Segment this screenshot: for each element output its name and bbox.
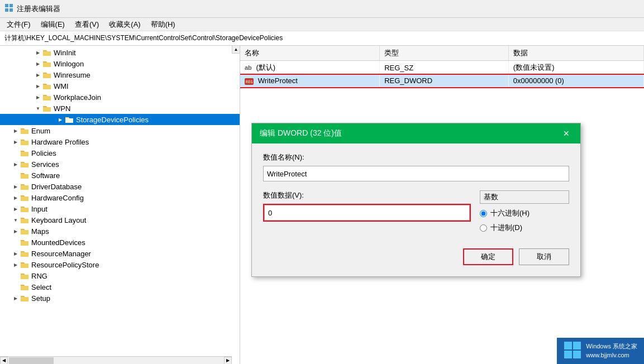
tree-label-workplacejoin: WorkplaceJoin — [54, 93, 101, 102]
value-input[interactable] — [264, 205, 470, 221]
ab-icon: ab — [245, 64, 252, 71]
tree-label-setup: Setup — [31, 294, 50, 303]
tree-label-winresume: Winresume — [54, 71, 90, 79]
folder-icon-services — [20, 160, 29, 168]
tree-item-input[interactable]: Input — [0, 203, 240, 214]
tree-label-wmi: WMI — [54, 82, 69, 90]
arrow-maps — [11, 227, 20, 236]
tree-item-services[interactable]: Services — [0, 159, 240, 170]
tree-label-mounted: MountedDevices — [31, 238, 85, 247]
tree-item-resourcemanager[interactable]: ResourceManager — [0, 248, 240, 259]
hex-icon: REG — [245, 78, 254, 85]
tree-item-winresume[interactable]: Winresume — [0, 69, 240, 80]
scroll-track — [8, 357, 224, 365]
arrow-driverdb — [11, 182, 20, 191]
arrow-winlogon — [34, 59, 42, 68]
tree-item-workplacejoin[interactable]: WorkplaceJoin — [0, 92, 240, 103]
arrow-wmi — [34, 82, 42, 90]
tree-item-setup[interactable]: Setup — [0, 293, 240, 304]
tree-item-driverdb[interactable]: DriverDatabase — [0, 181, 240, 192]
table-row[interactable]: ab (默认) REG_SZ (数值未设置) — [240, 61, 644, 75]
reg-type-writeprotect: REG_DWORD — [380, 75, 509, 87]
value-section: 数值数据(V): — [263, 190, 471, 237]
tree-item-rng[interactable]: RNG — [0, 270, 240, 281]
folder-icon-driverdb — [20, 183, 29, 190]
app-icon — [4, 3, 13, 14]
scroll-thumb — [9, 357, 54, 364]
folder-icon-winlogon — [42, 60, 51, 68]
tree-label-wpn: WPN — [54, 104, 70, 113]
tree-scroll-up[interactable]: ▲ — [232, 46, 240, 54]
tree-item-winlogon[interactable]: Winlogon — [0, 58, 240, 69]
folder-icon-setup — [20, 294, 29, 302]
tree-item-select[interactable]: Select — [0, 281, 240, 293]
dialog-title: 编辑 DWORD (32 位)值 — [260, 128, 342, 138]
arrow-wininit — [34, 48, 42, 57]
svg-rect-0 — [5, 4, 8, 7]
tree-item-mounteddevices[interactable]: MountedDevices — [0, 237, 240, 248]
scroll-left-btn[interactable]: ◀ — [0, 357, 8, 365]
value-radix-row: 数值数据(V): 基数 十六进制(H) 十进制(D) — [263, 190, 569, 237]
registry-table: 名称 类型 数据 ab (默认) REG_SZ (数值未设置) — [240, 46, 644, 87]
arrow-hwconfig — [11, 193, 20, 202]
tree-item-hwconfig[interactable]: HardwareConfig — [0, 192, 240, 203]
scroll-right-btn[interactable]: ▶ — [224, 357, 232, 365]
tree-panel: WinInit Winlogon Winresume — [0, 46, 240, 364]
menu-file[interactable]: 文件(F) — [2, 18, 35, 31]
tree-item-wmi[interactable]: WMI — [0, 80, 240, 92]
folder-icon-input — [20, 205, 29, 213]
radix-dec-row: 十进制(D) — [480, 223, 569, 233]
menu-view[interactable]: 查看(V) — [70, 18, 103, 31]
svg-rect-6 — [564, 342, 572, 349]
dialog-close-button[interactable]: ✕ — [560, 127, 573, 140]
arrow-services — [11, 160, 20, 169]
radix-group-label: 基数 — [480, 190, 569, 204]
name-label: 数值名称(N): — [263, 152, 569, 162]
tree-item-hardware-profiles[interactable]: Hardware Profiles — [0, 136, 240, 147]
tree-item-policies[interactable]: Policies — [0, 147, 240, 159]
tree-label-resourcepolicy: ResourcePolicyStore — [31, 261, 99, 269]
tree-item-software[interactable]: Software — [0, 170, 240, 181]
svg-text:REG: REG — [246, 80, 253, 84]
app-title: 注册表编辑器 — [17, 4, 60, 14]
table-row[interactable]: REG WriteProtect REG_DWORD 0x00000000 (0… — [240, 75, 644, 87]
cancel-button[interactable]: 取消 — [519, 248, 569, 265]
arrow-hw-profiles — [11, 137, 20, 146]
tree-label-resourcemgr: ResourceManager — [31, 250, 91, 258]
radix-hex-radio[interactable] — [480, 210, 487, 217]
watermark-line2: www.bjjmlv.com — [586, 351, 637, 360]
arrow-keyboard — [11, 215, 20, 224]
tree-item-storagedevicepolicies[interactable]: StorageDevicePolicies — [0, 114, 240, 125]
tree-item-wpn[interactable]: WPN — [0, 103, 240, 114]
menu-favorites[interactable]: 收藏夹(A) — [104, 18, 145, 31]
col-type: 类型 — [380, 46, 509, 61]
folder-icon-wininit — [42, 49, 51, 56]
tree-label-keyboard: Keyboard Layout — [31, 216, 86, 224]
menu-edit[interactable]: 编辑(E) — [36, 18, 69, 31]
reg-data-default: (数值未设置) — [508, 61, 643, 75]
title-bar: 注册表编辑器 — [0, 0, 644, 18]
radix-dec-radio[interactable] — [480, 224, 487, 232]
tree-label-storage: StorageDevicePolicies — [76, 116, 149, 124]
folder-icon-software — [20, 171, 29, 179]
folder-icon-resourcepolicy — [20, 261, 29, 269]
tree-label-driverdb: DriverDatabase — [31, 183, 82, 191]
arrow-wpn — [34, 104, 42, 113]
tree-item-enum[interactable]: Enum — [0, 125, 240, 136]
menu-help[interactable]: 帮助(H) — [146, 18, 180, 31]
tree-label-hw-profiles: Hardware Profiles — [31, 138, 89, 146]
confirm-button[interactable]: 确定 — [463, 248, 513, 265]
tree-bottom-scrollbar[interactable]: ◀ ▶ — [0, 356, 232, 364]
tree-item-keyboard-layout[interactable]: Keyboard Layout — [0, 214, 240, 226]
name-input[interactable] — [263, 166, 569, 181]
tree-label-rng: RNG — [31, 272, 47, 280]
svg-rect-1 — [9, 4, 13, 7]
tree-item-maps[interactable]: Maps — [0, 226, 240, 237]
svg-rect-2 — [5, 8, 8, 12]
menu-bar: 文件(F) 编辑(E) 查看(V) 收藏夹(A) 帮助(H) — [0, 18, 644, 31]
tree-label-winlogon: Winlogon — [54, 60, 84, 68]
folder-icon-resourcemgr — [20, 250, 29, 257]
tree-item-wininit[interactable]: WinInit — [0, 47, 240, 58]
tree-item-resourcepolicy[interactable]: ResourcePolicyStore — [0, 259, 240, 270]
name-field-group: 数值名称(N): — [263, 152, 569, 181]
